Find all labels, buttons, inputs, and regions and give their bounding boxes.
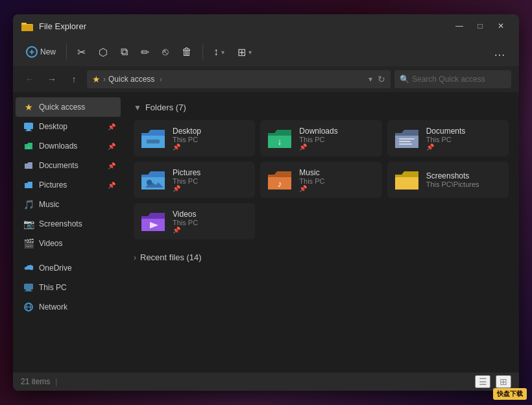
forward-button[interactable]: → (43, 70, 61, 88)
toolbar: + New ✂ ⬡ ⧉ ✏ ⎋ 🗑 ↕ ▾ ⊞ ▾ (13, 38, 519, 66)
main-area: ★ Quick access Desktop 📌 (13, 92, 519, 373)
onedrive-icon (23, 263, 34, 273)
quick-access-icon: ★ (23, 102, 34, 112)
address-bar[interactable]: ★ › Quick access › ▾ ↻ (87, 70, 391, 88)
new-button[interactable]: + New (21, 43, 61, 60)
search-bar[interactable]: 🔍 Search Quick access (394, 70, 511, 88)
grid-view-button[interactable]: ⊞ (496, 375, 511, 388)
screenshots-icon: 📷 (23, 219, 34, 229)
folders-chevron-icon: ▼ (134, 103, 141, 112)
svg-rect-8 (26, 289, 31, 291)
folder-pin-icon: 📌 (173, 185, 248, 192)
list-view-button[interactable]: ☰ (475, 375, 490, 388)
recent-section-title: Recent files (14) (140, 252, 202, 262)
search-placeholder: Search Quick access (412, 75, 485, 84)
svg-text:♪: ♪ (278, 178, 282, 189)
sidebar-item-documents[interactable]: Documents 📌 (16, 156, 121, 175)
sidebar-item-desktop[interactable]: Desktop 📌 (16, 117, 121, 136)
folder-screenshots[interactable]: Screenshots This PC\Pictures (387, 162, 509, 198)
address-dropdown-icon[interactable]: ▾ (369, 75, 372, 84)
sidebar-item-onedrive[interactable]: OneDrive (16, 258, 121, 278)
folder-pin-icon: 📌 (426, 143, 502, 151)
statusbar: 21 items | ☰ ⊞ (13, 373, 519, 391)
folder-name: Downloads (299, 127, 375, 136)
desktop-folder-thumb (140, 125, 166, 151)
delete-icon: 🗑 (182, 46, 192, 58)
address-current: Quick access (108, 75, 154, 84)
sidebar-item-downloads[interactable]: ↓ Downloads 📌 (16, 136, 121, 156)
sidebar-item-screenshots[interactable]: 📷 Screenshots (16, 214, 121, 234)
folders-section-title: Folders (7) (145, 103, 186, 112)
delete-button[interactable]: 🗑 (176, 43, 197, 60)
folder-downloads[interactable]: ↓ Downloads This PC 📌 (260, 120, 381, 156)
statusbar-separator: | (55, 377, 57, 386)
folder-sub: This PC (173, 177, 248, 185)
rename-button[interactable]: ✏ (136, 43, 154, 61)
svg-rect-4 (27, 129, 30, 130)
rename-icon: ✏ (141, 46, 149, 58)
share-button[interactable]: ⎋ (157, 43, 174, 60)
pin-icon: 📌 (108, 182, 115, 189)
cut-button[interactable]: ✂ (72, 43, 91, 61)
new-icon: + (26, 46, 38, 58)
network-icon (23, 302, 34, 312)
videos-folder-thumb (140, 208, 166, 234)
sort-button[interactable]: ↕ ▾ (208, 43, 230, 60)
svg-rect-5 (25, 130, 32, 131)
sidebar-item-label: Screenshots (39, 219, 115, 228)
address-chevron-icon: › (160, 76, 162, 83)
paste-button[interactable]: ⧉ (115, 43, 133, 60)
folder-sub: This PC (173, 219, 248, 227)
sidebar-item-label: Network (39, 302, 115, 312)
sidebar-item-this-pc[interactable]: This PC (16, 278, 121, 297)
sidebar-item-label: This PC (39, 283, 115, 292)
window-controls: — □ ✕ (449, 17, 511, 35)
folder-info: Videos This PC 📌 (173, 210, 248, 234)
folder-pin-icon: 📌 (299, 185, 375, 192)
folders-grid: Desktop This PC 📌 ↓ Do (134, 120, 509, 239)
new-label: New (40, 47, 56, 56)
folder-name: Desktop (173, 127, 248, 136)
music-folder-thumb: ♪ (267, 167, 293, 193)
folder-music[interactable]: ♪ Music This PC 📌 (260, 162, 381, 198)
svg-text:↓: ↓ (28, 145, 30, 149)
folder-sub: This PC (426, 136, 502, 143)
copy-button[interactable]: ⬡ (93, 43, 113, 61)
pin-icon: 📌 (108, 162, 115, 169)
sidebar: ★ Quick access Desktop 📌 (13, 92, 123, 373)
recent-section-header[interactable]: › Recent files (14) (134, 252, 509, 262)
this-pc-icon (23, 282, 34, 293)
svg-rect-16 (399, 141, 411, 142)
folder-name: Pictures (173, 168, 248, 177)
folder-videos[interactable]: Videos This PC 📌 (134, 203, 255, 239)
folder-documents[interactable]: Documents This PC 📌 (387, 120, 509, 156)
folder-desktop[interactable]: Desktop This PC 📌 (134, 120, 255, 156)
sidebar-item-music[interactable]: 🎵 Music (16, 195, 121, 214)
folders-section-header[interactable]: ▼ Folders (7) (134, 103, 509, 112)
folder-sub: This PC\Pictures (426, 180, 502, 188)
back-button[interactable]: ← (21, 70, 39, 88)
sidebar-item-videos[interactable]: 🎬 Videos (16, 234, 121, 253)
folder-pin-icon: 📌 (173, 143, 248, 151)
folder-name: Screenshots (426, 171, 502, 180)
sidebar-item-label: Downloads (39, 141, 103, 151)
paste-icon: ⧉ (121, 46, 128, 58)
folder-name: Videos (173, 210, 248, 219)
folder-name: Music (299, 168, 375, 177)
sidebar-item-pictures[interactable]: Pictures 📌 (16, 175, 121, 195)
maximize-button[interactable]: □ (470, 17, 490, 35)
minimize-button[interactable]: — (449, 17, 470, 35)
pictures-folder-icon (23, 180, 34, 190)
folder-sub: This PC (299, 136, 375, 143)
refresh-icon[interactable]: ↻ (378, 74, 385, 84)
folder-pictures[interactable]: Pictures This PC 📌 (134, 162, 255, 198)
sidebar-item-network[interactable]: Network (16, 297, 121, 317)
folder-name: Documents (426, 127, 502, 136)
view-button[interactable]: ⊞ ▾ (232, 43, 257, 61)
sidebar-item-quick-access[interactable]: ★ Quick access (16, 97, 121, 117)
svg-rect-3 (24, 123, 33, 129)
more-button[interactable]: … (489, 43, 511, 62)
up-button[interactable]: ↑ (65, 70, 83, 88)
svg-rect-7 (24, 284, 33, 289)
close-button[interactable]: ✕ (490, 17, 511, 35)
